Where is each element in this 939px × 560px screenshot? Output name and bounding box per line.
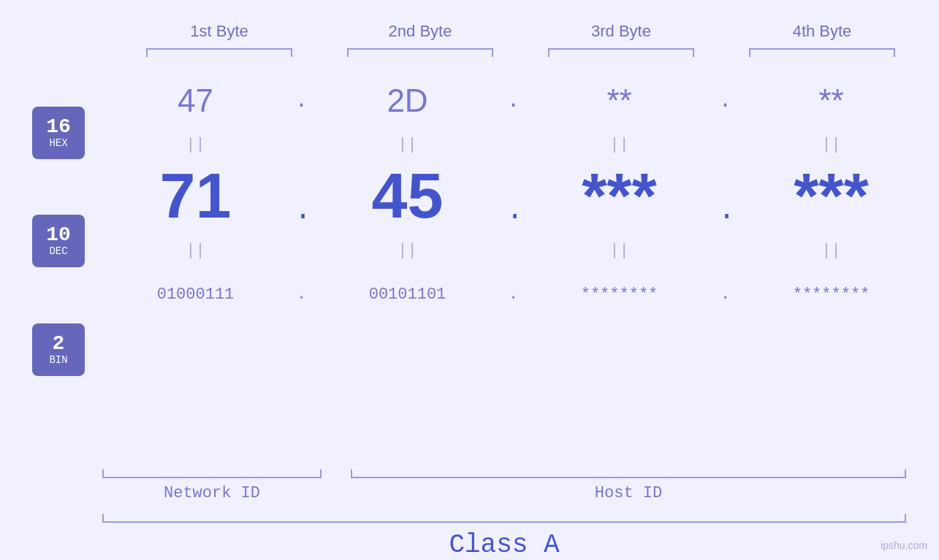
watermark: ipshu.com [881,540,927,551]
host-id-label: Host ID [351,484,906,502]
bin-byte4: ******** [744,285,919,304]
bin-badge: 2 BIN [32,323,85,376]
hex-dot3: . [718,88,733,113]
main-grid: 16 HEX 10 DEC 2 BIN 47 . 2D . ** . ** [0,72,939,462]
hex-dot1: . [294,88,309,113]
bin-badge-label: BIN [49,354,67,366]
network-id-label: Network ID [102,484,322,502]
hex-row: 47 . 2D . ** . ** [102,72,924,130]
bin-row: 01000111 . 00101101 . ******** . *******… [102,269,924,320]
hex-byte4: ** [744,83,919,119]
main-container: 1st Byte 2nd Byte 3rd Byte 4th Byte 16 H… [0,0,939,560]
dec-dot3: . [718,165,733,227]
hex-badge-label: HEX [49,137,67,149]
dec-badge: 10 DEC [32,215,85,267]
dec-dot1: . [294,165,309,227]
bin-dot2: . [506,285,521,304]
id-brackets [102,469,906,478]
bin-dot1: . [294,285,309,304]
class-bracket-row [102,514,906,523]
eq2-b3: || [532,242,707,260]
bracket-byte1 [146,48,292,57]
dec-dot2: . [506,165,521,227]
bracket-byte3 [548,48,694,57]
dec-byte3: *** [532,158,707,233]
bracket-byte2 [347,48,493,57]
bin-byte2: 00101101 [320,285,495,304]
dec-byte2: 45 [320,158,495,233]
hex-badge-number: 16 [46,117,71,137]
bottom-section: Network ID Host ID Class A [0,469,939,560]
dec-byte1: 71 [108,158,284,233]
dec-row: 71 . 45 . *** . *** [102,159,924,232]
bin-dot3: . [718,285,733,304]
eq2-b1: || [108,242,284,260]
values-column: 47 . 2D . ** . ** || || || || 71 [102,72,939,462]
bracket-byte4 [749,48,895,57]
equals-row-1: || || || || [102,130,924,159]
eq1-b4: || [744,136,919,154]
eq1-b1: || [108,136,284,154]
eq2-b2: || [320,242,495,260]
eq2-b4: || [744,242,919,260]
hex-byte1: 47 [108,83,284,119]
byte4-header: 4th Byte [734,22,910,41]
byte2-header: 2nd Byte [332,22,508,41]
eq1-b2: || [320,136,495,154]
host-id-bracket [351,469,906,478]
badges-column: 16 HEX 10 DEC 2 BIN [0,72,102,462]
dec-badge-number: 10 [46,225,71,245]
hex-dot2: . [506,88,521,113]
eq1-b3: || [532,136,707,154]
hex-byte3: ** [532,83,707,119]
byte1-header: 1st Byte [132,22,307,41]
class-bracket [102,514,906,523]
top-brackets [119,48,923,57]
equals-row-2: || || || || [102,232,924,269]
byte3-header: 3rd Byte [533,22,709,41]
dec-byte4: *** [744,158,919,233]
bin-byte1: 01000111 [108,285,284,304]
hex-byte2: 2D [320,83,495,119]
dec-badge-label: DEC [49,245,67,257]
class-label: Class A [102,530,906,560]
bin-byte3: ******** [532,285,707,304]
byte-headers: 1st Byte 2nd Byte 3rd Byte 4th Byte [119,22,923,41]
bin-badge-number: 2 [53,334,65,354]
hex-badge: 16 HEX [32,107,85,159]
id-labels: Network ID Host ID [102,484,906,502]
network-id-bracket [102,469,322,478]
